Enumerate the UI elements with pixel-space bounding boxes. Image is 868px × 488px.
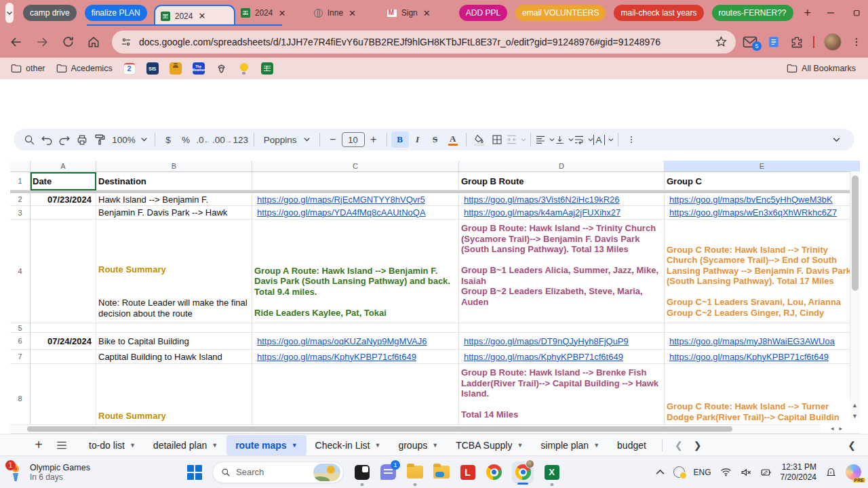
sheet-tab-route-maps[interactable]: route maps▼ — [226, 435, 306, 455]
reading-list-icon[interactable] — [767, 35, 781, 49]
cell-d4[interactable]: Group B Route: Hawk Island --> Trinity C… — [459, 220, 665, 323]
horizontal-scrollbar[interactable] — [10, 424, 821, 432]
sheet-tab-simple-plan[interactable]: simple plan▼ — [532, 434, 608, 456]
taskbar-chrome[interactable] — [486, 464, 502, 481]
increase-decimal-button[interactable]: .00→ — [212, 131, 232, 148]
start-button[interactable] — [186, 464, 203, 481]
tab-search-button[interactable] — [5, 3, 14, 23]
extensions-puzzle-icon[interactable] — [790, 35, 804, 49]
next-sheets-button[interactable]: ❯ — [694, 440, 702, 451]
cell-a8[interactable] — [31, 364, 96, 434]
cell-a6[interactable]: 07/24/2024 — [31, 333, 96, 350]
search-highlight-image[interactable] — [313, 464, 340, 481]
cell-e1[interactable]: Group C — [665, 172, 860, 190]
bookmark-folder-acedemics[interactable]: Acedemics — [56, 64, 113, 73]
sheet-tab-check-in-list[interactable]: Check-in List▼ — [307, 434, 390, 456]
row-header-2[interactable]: 2 — [10, 193, 31, 206]
tab-group-routes-ferner[interactable]: routes-FERNER?? — [712, 5, 793, 21]
undo-button[interactable] — [38, 131, 56, 148]
cell-e2[interactable]: https://goo.gl/maps/bvEnc5yHhQweM3bK — [665, 193, 860, 206]
cell-b1[interactable]: Destination — [96, 172, 252, 190]
cell-e4[interactable]: Group C Route: Hawk Island --> Trinity C… — [665, 220, 860, 323]
borders-button[interactable] — [488, 131, 506, 148]
column-header-a[interactable]: A — [31, 161, 96, 172]
cell-d1[interactable]: Group B Route — [459, 172, 665, 190]
cell-c5[interactable] — [252, 323, 459, 333]
bold-button[interactable]: B — [391, 131, 409, 148]
language-indicator[interactable]: ENG — [694, 468, 711, 477]
text-color-button[interactable]: A — [444, 131, 462, 148]
vertical-scrollbar-thumb[interactable] — [852, 176, 859, 291]
cell-d8[interactable]: Group B Route: Hawk Island --> Brenke Fi… — [459, 364, 665, 434]
cell-c3[interactable]: https://goo.gl/maps/YDA4fMq8cAAUtNoQA — [252, 206, 459, 220]
cell-c2[interactable]: https://goo.gl/maps/RjEcMGNTYY8hVQvr5 — [252, 193, 459, 206]
maximize-button[interactable] — [844, 0, 868, 26]
column-header-d[interactable]: D — [459, 161, 665, 172]
cell-d5[interactable] — [459, 323, 665, 333]
bookmark-lightbulb[interactable] — [238, 62, 250, 75]
sheet-tab-detailed-plan[interactable]: detailed plan▼ — [144, 434, 226, 456]
print-button[interactable] — [73, 131, 91, 148]
cell-c7[interactable]: https://goo.gl/maps/KphyKPBP71cf6t649 — [252, 350, 459, 364]
volume-muted-icon[interactable] — [741, 468, 752, 477]
cell-d2[interactable]: https://goo.gl/maps/3Vist6N2iHc19kR26 — [459, 193, 665, 206]
tab-close-icon[interactable]: ✕ — [198, 12, 205, 20]
row-header-8[interactable]: 8 — [10, 364, 31, 434]
cell-d3[interactable]: https://goo.gl/maps/k4amAaj2jFUXihx27 — [459, 206, 665, 220]
cell-e8[interactable]: Group C Route: Hawk Island --> Turner Do… — [665, 364, 860, 434]
cell-a4[interactable] — [31, 220, 96, 323]
taskbar-onedrive-folder[interactable] — [433, 464, 450, 481]
taskbar-chrome-active[interactable] — [512, 462, 534, 483]
font-selector[interactable]: Poppins — [258, 131, 315, 148]
back-button[interactable] — [5, 31, 27, 53]
copilot-button[interactable]: PRE — [846, 464, 861, 480]
cell-e7[interactable]: https://goo.gl/maps/KphyKPBP71cf6t649 — [665, 350, 860, 364]
browser-tab-active[interactable]: 2024 ✕ — [154, 5, 235, 26]
tab-group-camp-drive[interactable]: camp drive — [23, 5, 77, 21]
bookmark-folder-other[interactable]: other — [11, 64, 45, 73]
taskbar-l-app[interactable]: L — [459, 464, 476, 481]
prev-sheets-button[interactable]: ❮ — [675, 440, 683, 451]
zoom-selector[interactable]: 100% — [108, 131, 151, 148]
notifications-bell-icon[interactable]: z — [825, 466, 837, 478]
site-info-icon[interactable] — [120, 36, 132, 48]
tab-close-icon[interactable]: ✕ — [278, 9, 285, 18]
home-button[interactable] — [83, 31, 104, 53]
tab-close-icon[interactable]: ✕ — [423, 9, 431, 18]
decrease-font-size-button[interactable]: − — [324, 131, 342, 148]
format-percent-button[interactable]: % — [177, 131, 195, 148]
cell-c4[interactable]: Group A Route: Hawk Island --> Benjamin … — [252, 220, 459, 323]
cell-b7[interactable]: Captital Building to Hawk Island — [96, 350, 252, 364]
format-currency-button[interactable]: $ — [159, 131, 177, 148]
tab-group-finalize-plan[interactable]: finalize PLAN — [85, 5, 147, 21]
toolbar-search-icon[interactable] — [20, 131, 38, 148]
reload-button[interactable] — [57, 31, 79, 53]
increase-font-size-button[interactable]: + — [365, 131, 382, 148]
sheet-tab-to-do-list[interactable]: to-do list▼ — [80, 434, 144, 456]
tab-group-email-volunteers[interactable]: email VOLUNTEERS — [515, 5, 606, 21]
row-header-4[interactable]: 4 — [10, 220, 31, 323]
cell-d6[interactable]: https://goo.gl/maps/DT9nQJyHyh8FjQuP9 — [459, 333, 665, 350]
bookmark-weather[interactable]: TheWeather — [193, 62, 205, 75]
browser-tab-3[interactable]: Inne ✕ — [309, 3, 379, 23]
bookmark-star-icon[interactable] — [715, 35, 728, 48]
cell-e3[interactable]: https://goo.gl/maps/wEn3x6qXhWRkhc6Z7 — [665, 206, 860, 220]
hidden-icons-chevron[interactable] — [656, 469, 665, 475]
cell-b8[interactable]: Route Summary — [96, 364, 252, 434]
url-text[interactable]: docs.google.com/spreadsheets/d/1JJH7e7R4… — [139, 37, 715, 47]
horizontal-align-button[interactable] — [535, 131, 555, 148]
browser-profile-avatar[interactable] — [824, 33, 842, 51]
cell-e6[interactable]: https://goo.gl/maps/myJ8hWaiEG3AWUoa — [665, 333, 860, 350]
cell-a1[interactable]: Date — [31, 172, 96, 190]
cell-e5[interactable] — [665, 323, 860, 333]
vertical-scroll-buttons[interactable]: ▲▼ — [850, 400, 860, 422]
bookmark-calendar[interactable]: 2 — [123, 62, 136, 75]
text-wrap-button[interactable] — [574, 131, 593, 148]
all-sheets-button[interactable] — [50, 441, 73, 449]
select-all-corner[interactable] — [10, 161, 31, 172]
italic-button[interactable]: I — [409, 131, 427, 148]
paint-format-button[interactable] — [91, 131, 108, 148]
row-header-3[interactable]: 3 — [10, 206, 31, 220]
row-header-6[interactable]: 6 — [10, 333, 31, 350]
tab-group-mail-check[interactable]: mail-check last years — [614, 5, 703, 21]
